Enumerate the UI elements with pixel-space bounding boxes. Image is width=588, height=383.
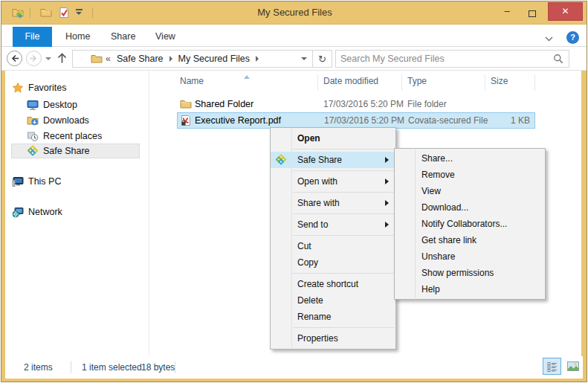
menu-separator [293,192,394,193]
status-separator [71,361,71,373]
tab-view[interactable]: View [145,27,186,47]
menu-item-label: Share with [297,198,340,208]
submenu-arrow-icon [385,200,389,206]
column-header-name[interactable]: Name [180,76,204,91]
menu-item-label: View [421,186,441,196]
menu-item-label: Delete [297,295,323,306]
menu-item-label: Unshare [421,251,455,262]
sidebar-divider [149,71,149,356]
breadcrumb-safe-share[interactable]: Safe Share [114,54,167,64]
tab-home[interactable]: Home [55,27,100,47]
file-row-shared-folder[interactable]: Shared Folder 17/03/2016 5:20 PM File fo… [177,96,535,112]
submenu-item-unshare[interactable]: Unshare [395,248,545,265]
help-button[interactable]: ? [566,31,579,44]
column-header-type[interactable]: Type [407,76,427,91]
submenu-item-show-permissions[interactable]: Show permissions [395,265,545,281]
sidebar-item-label: Favorites [28,83,66,93]
sidebar-item-favorites[interactable]: Favorites [12,80,140,95]
breadcrumb-collapse-icon[interactable]: « [103,54,114,64]
menu-item-label: Properties [297,333,338,344]
status-bar: 2 items 1 item selected 18 bytes [5,356,583,379]
breadcrumb-chevron-icon[interactable] [169,56,172,62]
context-menu-item-share-with[interactable]: Share with [271,195,395,211]
minimize-button[interactable]: – [497,4,517,19]
menu-item-label: Safe Share [297,155,342,165]
tab-file[interactable]: File [13,27,52,47]
file-type: Covata-secured File [408,115,488,126]
address-bar[interactable]: « Safe Share My Secured Files ↻ [72,50,332,68]
sidebar-item-recent-places[interactable]: Recent places [27,129,140,144]
column-header-size[interactable]: Size [491,76,508,91]
submenu-item-notify-collaborators[interactable]: Notify Collaborators... [395,216,545,232]
maximize-button[interactable] [523,7,542,22]
up-button[interactable] [56,52,68,67]
file-row-executive-report[interactable]: Executive Report.pdf 17/03/2016 5:20 PM … [177,112,535,129]
safe-share-clover-icon [27,145,39,157]
submenu-item-view[interactable]: View [395,183,545,199]
column-separator[interactable] [534,74,535,91]
search-box[interactable] [335,50,569,68]
computer-icon [12,176,24,187]
sidebar-item-this-pc[interactable]: This PC [12,174,140,189]
menu-item-label: Send to [297,219,328,230]
submenu-item-help[interactable]: Help [395,281,545,297]
context-menu-item-rename[interactable]: Rename [271,309,395,325]
context-menu: Open Safe Share Open with Share with Sen… [270,127,396,350]
context-menu-item-safe-share[interactable]: Safe Share [271,152,395,168]
file-name: Executive Report.pdf [195,115,281,126]
ribbon-expand-chevron-icon[interactable] [545,33,553,44]
context-menu-item-cut[interactable]: Cut [271,238,395,254]
window-border-right [581,25,587,373]
column-separator[interactable] [401,74,402,91]
tab-share[interactable]: Share [100,27,146,47]
context-menu-item-open-with[interactable]: Open with [271,173,395,190]
details-view-button[interactable] [543,358,561,375]
desktop-icon [27,99,39,111]
menu-item-label: Notify Collaborators... [421,219,507,229]
sidebar-item-safe-share[interactable]: Safe Share [11,144,140,158]
context-menu-item-send-to[interactable]: Send to [271,216,395,233]
submenu-arrow-icon [385,178,389,184]
column-header-date-modified[interactable]: Date modified [323,76,378,91]
submenu-arrow-icon [385,222,389,228]
column-separator[interactable] [317,74,318,91]
sidebar-item-label: Downloads [43,115,89,126]
sidebar-item-label: Network [28,207,62,217]
submenu-item-share[interactable]: Share... [395,150,545,167]
address-history-chevron-icon[interactable] [301,57,307,60]
sidebar-item-network[interactable]: Network [12,205,140,219]
forward-button[interactable] [26,51,42,66]
context-menu-item-copy[interactable]: Copy [271,254,395,271]
breadcrumb-my-secured-files[interactable]: My Secured Files [175,54,253,64]
sort-ascending-icon [244,75,250,79]
menu-separator [293,170,394,171]
search-input[interactable] [336,54,553,64]
network-icon [12,206,24,218]
context-menu-item-open[interactable]: Open [271,130,395,147]
submenu-item-get-share-link[interactable]: Get share link [395,232,545,248]
menu-item-label: Copy [297,257,318,268]
file-type: File folder [407,99,447,109]
downloads-icon [27,115,39,126]
close-button[interactable]: ✕ [548,2,583,21]
context-menu-item-properties[interactable]: Properties [271,330,395,347]
sidebar-item-downloads[interactable]: Downloads [27,113,140,128]
column-separator[interactable] [485,74,485,91]
sidebar-item-desktop[interactable]: Desktop [27,97,140,112]
thumbnail-view-button[interactable] [563,358,582,375]
menu-item-label: Rename [297,312,331,322]
context-menu-item-delete[interactable]: Delete [271,292,395,309]
address-folder-icon [91,53,103,65]
submenu-item-download[interactable]: Download... [395,199,545,216]
file-name: Shared Folder [195,99,253,109]
sidebar-item-label: Recent places [43,131,102,141]
context-menu-item-create-shortcut[interactable]: Create shortcut [271,276,395,292]
back-button[interactable] [7,51,22,66]
breadcrumb-chevron-icon[interactable] [256,56,259,62]
submenu-item-remove[interactable]: Remove [395,167,545,183]
ribbon-tab-row: File Home Share View ? [1,25,587,47]
recent-locations-chevron-icon[interactable] [45,57,51,60]
search-icon[interactable] [553,54,563,64]
submenu-arrow-icon [385,157,389,163]
refresh-icon[interactable]: ↻ [313,54,332,65]
